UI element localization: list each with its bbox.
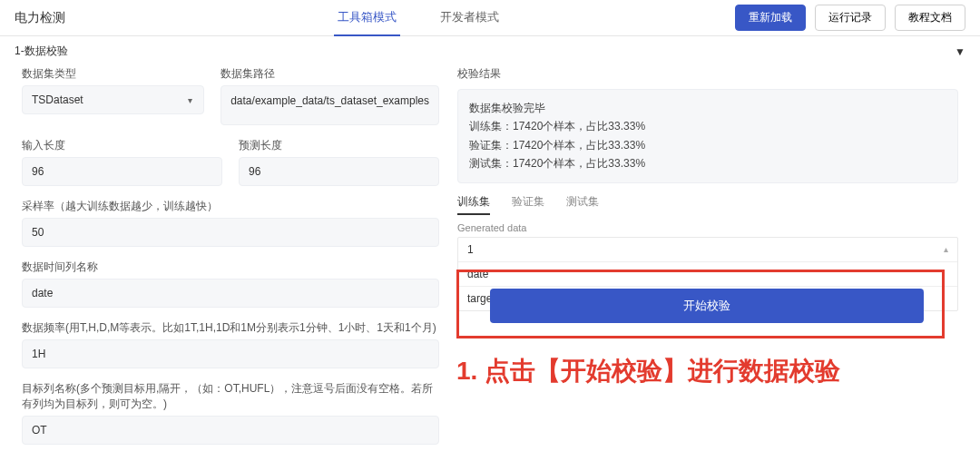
predict-len-label: 预测长度 xyxy=(239,138,439,153)
generated-data-label: Generated data xyxy=(457,222,958,233)
docs-button[interactable]: 教程文档 xyxy=(895,5,965,31)
form-left-column: 数据集类型 TSDataset 数据集路径 data/example_data/… xyxy=(22,66,439,457)
topbar-actions: 重新加载 运行记录 教程文档 xyxy=(735,5,965,31)
target-col-input[interactable]: OT xyxy=(22,416,439,445)
reload-button[interactable]: 重新加载 xyxy=(735,5,806,31)
section-title: 1-数据校验 xyxy=(15,44,68,59)
start-validate-button[interactable]: 开始校验 xyxy=(490,289,924,323)
data-tab-train[interactable]: 训练集 xyxy=(457,194,490,215)
result-title: 校验结果 xyxy=(457,66,958,82)
time-col-value: date xyxy=(32,287,53,299)
dataset-path-label: 数据集路径 xyxy=(220,66,439,82)
dataset-tabs: 训练集 验证集 测试集 xyxy=(457,194,958,215)
dataset-type-value: TSDataset xyxy=(32,93,83,106)
input-len-label: 输入长度 xyxy=(22,138,222,153)
annotation-callout: 1. 点击【开始校验】进行数据校验 xyxy=(456,354,840,388)
dataset-path-value: data/example_data/ts_dataset_examples xyxy=(230,93,429,109)
result-line: 验证集：17420个样本，占比33.33% xyxy=(469,136,946,154)
freq-label: 数据频率(用T,H,D,M等表示。比如1T,1H,1D和1M分别表示1分钟、1小… xyxy=(22,320,439,336)
result-box: 数据集校验完毕 训练集：17420个样本，占比33.33% 验证集：17420个… xyxy=(457,89,958,183)
topbar: 电力检测 工具箱模式 开发者模式 重新加载 运行记录 教程文档 xyxy=(0,0,980,36)
data-tab-test[interactable]: 测试集 xyxy=(566,194,599,215)
predict-len-input[interactable]: 96 xyxy=(239,157,439,186)
sample-rate-label: 采样率（越大训练数据越少，训练越快） xyxy=(22,199,439,214)
predict-len-value: 96 xyxy=(249,165,260,178)
sample-rate-input[interactable]: 50 xyxy=(22,218,439,247)
time-col-label: 数据时间列名称 xyxy=(22,260,439,275)
run-log-button[interactable]: 运行记录 xyxy=(815,5,886,31)
dataset-type-label: 数据集类型 xyxy=(22,66,204,82)
input-len-value: 96 xyxy=(32,165,44,178)
list-item[interactable]: 1 ▴ xyxy=(458,238,957,262)
dataset-type-select[interactable]: TSDataset xyxy=(22,85,204,114)
mode-tabs: 工具箱模式 开发者模式 xyxy=(102,0,735,36)
section-header: 1-数据校验 ▼ xyxy=(15,36,965,66)
tab-toolbox-mode[interactable]: 工具箱模式 xyxy=(334,0,400,36)
tab-developer-mode[interactable]: 开发者模式 xyxy=(436,0,503,36)
result-right-column: 校验结果 数据集校验完毕 训练集：17420个样本，占比33.33% 验证集：1… xyxy=(457,66,958,457)
collapse-icon[interactable]: ▼ xyxy=(955,45,965,58)
list-item[interactable]: date xyxy=(458,262,957,287)
freq-input[interactable]: 1H xyxy=(22,339,439,368)
target-col-value: OT xyxy=(32,424,47,436)
chevron-up-icon: ▴ xyxy=(944,244,948,254)
data-tab-val[interactable]: 验证集 xyxy=(512,194,544,215)
dataset-path-input[interactable]: data/example_data/ts_dataset_examples xyxy=(220,85,439,125)
time-col-input[interactable]: date xyxy=(22,279,439,308)
result-line: 测试集：17420个样本，占比33.33% xyxy=(469,154,946,172)
input-len-input[interactable]: 96 xyxy=(22,157,222,186)
page-title: 电力检测 xyxy=(15,10,65,26)
result-line: 训练集：17420个样本，占比33.33% xyxy=(469,117,946,135)
freq-value: 1H xyxy=(32,348,45,360)
target-col-label: 目标列名称(多个预测目标用,隔开，（如：OT,HUFL），注意逗号后面没有空格。… xyxy=(22,381,439,412)
sample-rate-value: 50 xyxy=(32,226,44,239)
result-line: 数据集校验完毕 xyxy=(469,99,946,117)
